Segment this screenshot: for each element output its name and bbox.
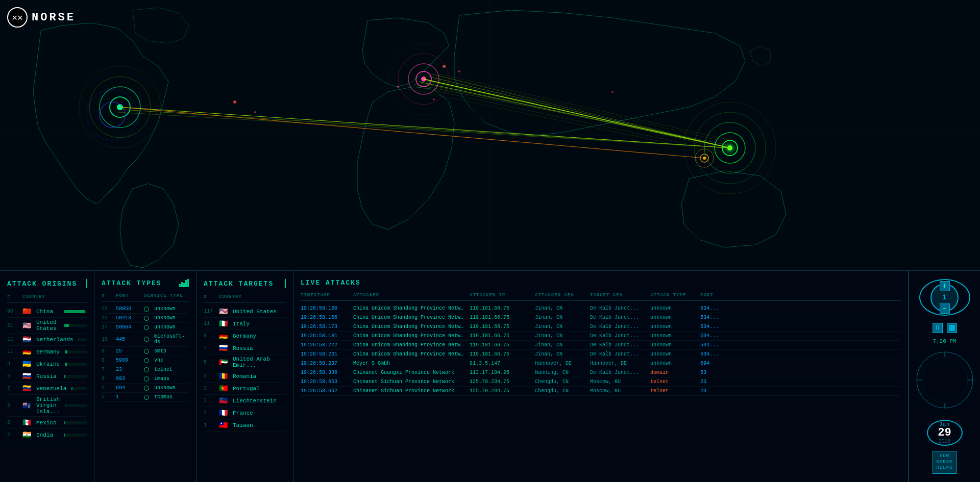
types-spark (179, 279, 189, 287)
svg-point-41 (254, 111, 256, 113)
origins-row: 11 🇳🇱 Netherlands (7, 334, 87, 346)
svg-line-60 (920, 393, 922, 394)
targets-row: 2 🇫🇷 France (204, 407, 286, 419)
compass-ring (914, 349, 975, 411)
targets-list: 117 🇺🇸 United States 11 🇮🇹 Italy 8 🇩🇪 Ge… (204, 306, 286, 432)
targets-row: 1 🇹🇼 Taiwan (204, 419, 286, 432)
live-attacks-row: 19:26:58.222 China Unicom Shandong Provi… (301, 341, 901, 350)
svg-point-50 (922, 357, 968, 403)
time-display: 7:26 PM (933, 338, 956, 344)
how-norse-helps-button[interactable]: HOW NORSE HELPS (933, 451, 956, 474)
svg-line-57 (967, 393, 969, 394)
live-section: LIVE ATTACKS TIMESTAMP ATTACKER ATTACKER… (293, 271, 909, 482)
live-attacks-row: 19:26:58.653 Chinanet Sichuan Province N… (301, 377, 901, 387)
svg-point-44 (611, 91, 614, 93)
logo: ✕✕ NORSE (7, 7, 76, 28)
types-row: 9 25 smtp (102, 347, 189, 356)
svg-line-58 (958, 402, 959, 404)
info-icon[interactable]: i (942, 293, 946, 301)
svg-point-40 (233, 100, 236, 104)
controls-panel: + − i ⏸ 7:26 PM (909, 271, 980, 482)
live-col-header: TIMESTAMP ATTACKER ATTACKER IP ATTACKER … (301, 293, 901, 301)
svg-point-46 (397, 86, 399, 88)
date-day: 29 (938, 427, 951, 439)
origins-list: 90 🇨🇳 China 21 🇺🇸 United States 11 🇳🇱 Ne… (7, 306, 87, 441)
live-title: LIVE ATTACKS (301, 279, 901, 287)
types-row: 17 50864 unknown (102, 323, 189, 332)
live-attacks-row: 19:26:58.336 Chinanet Guangxi Province N… (301, 368, 901, 377)
zoom-in-button[interactable]: + (940, 281, 950, 291)
types-row: 10 445 microsoft-ds (102, 332, 189, 347)
date-display: Jan 29 2016 (927, 420, 963, 446)
targets-row: 8 🇩🇪 Germany (204, 330, 286, 342)
types-col-header: # PORT SERVICE TYPE (102, 293, 189, 301)
origins-row: 90 🇨🇳 China (7, 306, 87, 318)
playback-controls: ⏸ (933, 323, 957, 333)
targets-col-header: # COUNTRY (204, 294, 286, 302)
origins-row: 2 🇻🇬 British Virgin Isla... (7, 395, 87, 417)
svg-point-42 (443, 65, 446, 68)
targets-row: 3 🇷🇴 Romania (204, 370, 286, 383)
targets-row: 11 🇮🇹 Italy (204, 318, 286, 330)
live-attacks-row: 19:26:58.662 Chinanet Sichuan Province N… (301, 387, 901, 396)
types-row: 25 50856 unknown (102, 305, 189, 314)
map-area: ✕✕ NORSE (0, 0, 980, 270)
bottom-panel: ATTACK ORIGINS # COUNTRY 90 🇨🇳 China 21 … (0, 270, 980, 482)
svg-point-49 (917, 352, 973, 408)
origins-title-indicator (86, 279, 87, 288)
origins-row: 5 🇷🇺 Russia (7, 370, 87, 383)
targets-row: 3 🇵🇹 Portugal (204, 383, 286, 395)
svg-point-43 (458, 70, 460, 72)
types-section: ATTACK TYPES # PORT SERVICE TYPE 25 5085… (94, 271, 197, 482)
types-row: 25 50413 unknown (102, 314, 189, 323)
stop-button[interactable] (947, 323, 957, 333)
origins-row: 11 🇩🇪 Germany (7, 346, 87, 358)
live-attacks-row: 19:26:58.160 China Unicom Shandong Provi… (301, 304, 901, 313)
types-row: 8 5900 vnc (102, 356, 189, 365)
origins-section: ATTACK ORIGINS # COUNTRY 90 🇨🇳 China 21 … (0, 271, 94, 482)
svg-line-61 (920, 366, 922, 368)
origins-row: 21 🇺🇸 United States (7, 318, 87, 334)
targets-row: 117 🇺🇸 United States (204, 306, 286, 318)
origins-row: 2 🇮🇳 India (7, 429, 87, 441)
logo-text: NORSE (32, 11, 76, 24)
types-title: ATTACK TYPES (102, 279, 189, 287)
date-year: 2016 (938, 439, 950, 444)
live-attacks-row: 19:26:58.181 China Unicom Shandong Provi… (301, 332, 901, 341)
svg-line-62 (930, 356, 932, 358)
origins-title: ATTACK ORIGINS (7, 279, 87, 288)
types-row: 7 23 telnet (102, 365, 189, 374)
live-attacks-row: 19:26:58.173 China Unicom Shandong Provi… (301, 322, 901, 332)
svg-line-59 (930, 402, 932, 404)
svg-point-48 (726, 144, 734, 152)
origins-row: 9 🇺🇦 Ukraine (7, 358, 87, 370)
svg-point-45 (433, 98, 435, 100)
origins-col-header: # COUNTRY (7, 294, 87, 302)
live-attacks-row: 19:26:58.237 Meyer S Gmbh 81.3.5.147 Han… (301, 359, 901, 368)
svg-line-56 (967, 366, 969, 368)
nav-ring[interactable]: + − i (919, 279, 970, 316)
targets-row: 5 🇦🇪 United Arab Emir... (204, 354, 286, 370)
targets-row: 7 🇷🇺 Russia (204, 342, 286, 354)
targets-row: 3 🇱🇮 Liechtenstein (204, 395, 286, 407)
zoom-out-button[interactable]: − (940, 303, 950, 314)
logo-icon: ✕✕ (7, 7, 28, 28)
types-row: 5 1 tcpmux (102, 393, 189, 402)
types-row: 6 993 imaps (102, 374, 189, 384)
live-attacks-row: 19:26:58.166 China Unicom Shandong Provi… (301, 313, 901, 322)
live-list: 19:26:58.160 China Unicom Shandong Provi… (301, 304, 901, 396)
types-list: 25 50856 unknown 25 50413 unknown 17 508… (102, 305, 189, 402)
origins-row: 2 🇲🇽 Mexico (7, 417, 87, 429)
targets-section: ATTACK TARGETS # COUNTRY 117 🇺🇸 United S… (197, 271, 293, 482)
targets-title: ATTACK TARGETS (204, 279, 286, 288)
svg-line-55 (958, 356, 959, 358)
pause-button[interactable]: ⏸ (933, 323, 943, 333)
targets-title-indicator (285, 279, 286, 288)
live-attacks-row: 19:26:58.231 China Unicom Shandong Provi… (301, 350, 901, 359)
origins-row: 7 🇻🇪 Venezuela (7, 383, 87, 395)
types-row: 5 694 unknown (102, 384, 189, 393)
